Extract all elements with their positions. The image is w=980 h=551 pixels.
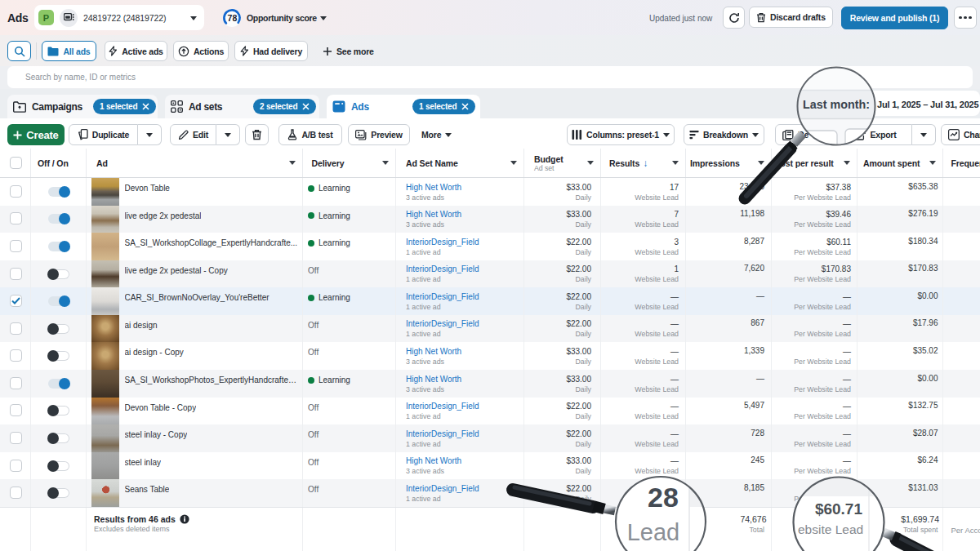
svg-text:78: 78 [228,13,238,23]
